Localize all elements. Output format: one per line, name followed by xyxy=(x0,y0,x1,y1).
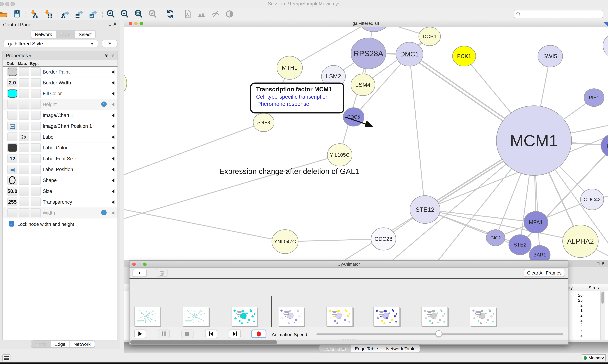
mapping-icon[interactable] xyxy=(21,134,27,141)
add-frame-button[interactable]: + xyxy=(133,269,146,277)
property-row-label-color[interactable]: Label Color xyxy=(3,143,117,154)
tab-edge-table[interactable]: Edge Table xyxy=(351,345,382,352)
frame-thumbnail-6[interactable] xyxy=(373,307,400,326)
node-gal80[interactable]: GAL80 xyxy=(603,33,608,59)
export-table-icon[interactable] xyxy=(74,9,84,19)
property-row-image-chart-1[interactable]: Image/Chart 1 xyxy=(3,110,117,121)
tab-node-table[interactable]: Node Table xyxy=(319,345,351,352)
import-table-icon[interactable] xyxy=(42,9,54,19)
float-panel-icon[interactable]: □ xyxy=(597,261,599,266)
table-cell-value[interactable]: 2 xyxy=(567,323,583,327)
close-panel-icon[interactable]: ✗ xyxy=(601,261,605,266)
close-panel-icon[interactable]: ✗ xyxy=(113,22,117,27)
expand-row-icon[interactable] xyxy=(112,189,114,193)
lock-checkbox[interactable]: ✓ xyxy=(9,221,14,226)
bypass-cell[interactable] xyxy=(30,78,41,87)
node-rps28b[interactable] xyxy=(358,27,389,32)
edge-YNL047C-CDC28[interactable] xyxy=(285,239,383,242)
property-row-height[interactable]: Heighti xyxy=(3,99,117,110)
expand-row-icon[interactable] xyxy=(112,200,114,204)
table-cell-value[interactable]: 25 xyxy=(567,298,583,302)
mapping-cell[interactable] xyxy=(19,100,29,109)
table-cell-value[interactable]: 26 xyxy=(567,293,583,297)
mapping-cell[interactable] xyxy=(19,67,29,76)
scrollbar-thumb[interactable] xyxy=(601,292,604,304)
slider-handle[interactable] xyxy=(435,330,442,337)
network-snapshot-icon[interactable] xyxy=(182,9,193,19)
node-dmc1[interactable]: DMC1 xyxy=(396,42,423,66)
zoom-selected-icon[interactable] xyxy=(147,9,158,19)
table-cell-value[interactable]: 2 xyxy=(567,328,583,332)
expand-row-icon[interactable] xyxy=(112,211,114,215)
expand-row-icon[interactable] xyxy=(112,146,114,150)
table-cell-value[interactable]: 2 xyxy=(567,318,583,322)
node-mth1[interactable]: MTH1 xyxy=(276,56,302,79)
task-history-button[interactable] xyxy=(2,354,11,361)
tab-select[interactable]: Select xyxy=(75,30,96,38)
open-session-icon[interactable] xyxy=(0,9,9,19)
expand-all-icon[interactable]: » xyxy=(104,54,110,57)
bypass-cell[interactable] xyxy=(30,111,41,119)
property-row-shape[interactable]: Shape xyxy=(3,175,117,186)
mapping-cell[interactable] xyxy=(19,143,29,152)
table-cell-value[interactable]: 2 xyxy=(567,313,583,317)
node-dcp1[interactable]: DCP1 xyxy=(419,27,440,46)
frame-thumbnail-4[interactable] xyxy=(278,307,304,326)
collapse-all-icon[interactable]: » xyxy=(110,54,116,57)
node-ste12[interactable]: STE12 xyxy=(410,195,440,223)
default-value[interactable]: 255 xyxy=(7,199,18,205)
node-mcm1[interactable]: MCM1 xyxy=(496,106,571,176)
tab-edge[interactable]: Edge xyxy=(51,341,70,347)
hide-panel-icon[interactable] xyxy=(210,9,221,19)
table-vertical-scrollbar[interactable] xyxy=(600,291,605,340)
expand-row-icon[interactable] xyxy=(112,179,114,182)
table-column-header[interactable]: ity xyxy=(568,286,573,290)
export-image-icon[interactable] xyxy=(88,9,98,19)
apply-layout-icon[interactable] xyxy=(165,9,176,19)
node-cdc28[interactable]: CDC28 xyxy=(371,228,396,250)
bypass-cell[interactable] xyxy=(30,143,41,152)
default-value-cell[interactable] xyxy=(7,132,18,141)
timeline-horizontal-scrollbar[interactable] xyxy=(129,340,568,344)
window-resize-corner[interactable] xyxy=(603,22,608,27)
frame-thumbnail-8[interactable] xyxy=(470,307,496,326)
mapping-cell[interactable] xyxy=(19,165,29,174)
expand-row-icon[interactable] xyxy=(112,103,114,106)
column-divider[interactable] xyxy=(586,285,586,290)
import-network-icon[interactable] xyxy=(29,9,40,19)
node-ledge[interactable] xyxy=(124,74,127,93)
property-row-label[interactable]: Label xyxy=(3,132,117,143)
bypass-cell[interactable] xyxy=(30,197,41,206)
annotation-link[interactable]: Pheromone response xyxy=(257,101,343,107)
color-swatch[interactable] xyxy=(8,90,17,98)
skip-start-button[interactable] xyxy=(205,329,217,338)
node-gic2[interactable]: GIC2 xyxy=(486,230,505,246)
property-row-transparency[interactable]: 255Transparency xyxy=(3,197,117,208)
skip-end-button[interactable] xyxy=(229,329,241,338)
mapping-cell[interactable] xyxy=(19,208,29,217)
network-graph[interactable]: DCP1RPS28ADMC1PCK1SWI5GAL80GAL11STE4HAP2… xyxy=(124,27,608,268)
default-value[interactable]: 50.0 xyxy=(7,188,18,194)
node-lsm4[interactable]: LSM4 xyxy=(351,74,375,96)
delete-frame-button[interactable] xyxy=(156,269,167,277)
mapping-cell[interactable] xyxy=(19,89,29,98)
default-value-cell[interactable] xyxy=(7,100,18,109)
memory-button[interactable]: Memory xyxy=(581,354,606,361)
property-row-label-position[interactable]: Label Position xyxy=(3,164,117,175)
info-icon[interactable]: i xyxy=(101,102,107,107)
bypass-cell[interactable] xyxy=(30,89,41,98)
default-value[interactable]: 12 xyxy=(7,156,18,161)
frame-thumbnail-3[interactable] xyxy=(231,307,257,326)
property-row-border-width[interactable]: 2.0Border Width xyxy=(3,78,117,89)
color-swatch[interactable] xyxy=(8,144,17,152)
ellipse-shape-icon[interactable] xyxy=(9,176,15,184)
mapping-cell[interactable] xyxy=(19,187,29,195)
position-icon[interactable] xyxy=(10,167,15,174)
node-cdc42[interactable]: CDC42 xyxy=(580,189,604,210)
zoom-in-icon[interactable] xyxy=(105,9,116,19)
node-pdc5[interactable]: PDC5 xyxy=(343,108,364,126)
bypass-cell[interactable] xyxy=(30,176,41,185)
table-cell-value[interactable]: 1 xyxy=(567,308,583,312)
show-panel-icon[interactable] xyxy=(224,9,235,19)
default-value-cell[interactable] xyxy=(7,111,18,119)
